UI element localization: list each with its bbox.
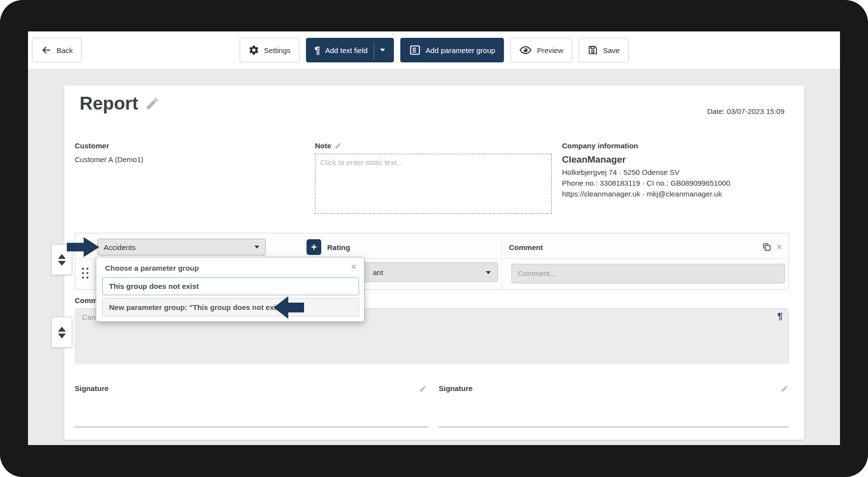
popover-close-icon[interactable]: × xyxy=(351,262,356,271)
company-phone-ci: Phone no.: 3308183119 · CI no.: GB089099… xyxy=(562,179,793,187)
edit-signature-left-pencil-icon[interactable] xyxy=(419,385,427,393)
add-parameter-group-label: Add parameter group xyxy=(425,46,495,55)
move-down-icon xyxy=(58,334,66,338)
note-label-row: Note xyxy=(315,141,342,150)
rating-select-visible-text: ant xyxy=(373,268,383,277)
comment-input[interactable]: Comment... xyxy=(511,264,785,283)
parameter-group-header: Accidents + Rating Comment × xyxy=(75,233,788,259)
save-disk-icon xyxy=(587,45,598,56)
customer-label: Customer xyxy=(75,141,109,150)
comment-column-header: Comment xyxy=(509,243,543,252)
add-text-field-button[interactable]: ¶ Add text field xyxy=(306,38,394,62)
note-placeholder: Click to enter static text... xyxy=(320,158,403,167)
parameter-list-icon xyxy=(409,44,420,56)
select-caret-icon xyxy=(486,271,491,274)
signature-left-label: Signature xyxy=(75,384,109,393)
report-page: Report Date: 03/07-2023 15:09 Customer C… xyxy=(64,85,804,440)
move-down-icon xyxy=(58,261,66,266)
toolbar: Back Settings ¶ Add text field Add param… xyxy=(28,31,840,69)
pilcrow-icon: ¶ xyxy=(777,311,783,322)
parameter-group-search-input[interactable]: This group does not exist xyxy=(102,277,359,295)
save-label: Save xyxy=(603,46,619,55)
chevron-down-icon[interactable] xyxy=(380,49,385,52)
settings-button[interactable]: Settings xyxy=(239,38,299,62)
popover-title: Choose a parameter group xyxy=(105,264,199,272)
add-parameter-button[interactable]: + xyxy=(307,239,321,255)
rating-column-header: Rating xyxy=(327,243,350,252)
edit-note-pencil-icon[interactable] xyxy=(335,142,342,149)
remove-group-icon[interactable]: × xyxy=(777,243,782,252)
company-information: Company information CleanManager Holkebj… xyxy=(562,141,793,197)
page-title: Report xyxy=(80,93,138,114)
signature-right-line xyxy=(439,426,789,427)
report-date: Date: 03/07-2023 15:09 xyxy=(707,107,784,115)
drag-handle-icon[interactable] xyxy=(82,268,88,279)
pilcrow-icon: ¶ xyxy=(315,45,320,55)
toolbar-center-group: Settings ¶ Add text field Add parameter … xyxy=(239,38,628,62)
add-text-field-label: Add text field xyxy=(325,46,368,55)
company-web-email: https://cleanmanager.uk · mkj@cleanmanag… xyxy=(562,190,793,197)
signature-right-label: Signature xyxy=(439,384,473,393)
note-static-text-field[interactable]: Click to enter static text... xyxy=(315,154,552,214)
app-window: Back Settings ¶ Add text field Add param… xyxy=(28,31,840,445)
report-title-row: Report xyxy=(80,93,160,114)
eye-icon xyxy=(519,45,532,56)
button-divider xyxy=(373,42,374,58)
parameter-group-select-value: Accidents xyxy=(104,243,136,252)
back-label: Back xyxy=(56,46,73,55)
preview-button[interactable]: Preview xyxy=(510,38,572,62)
move-up-icon xyxy=(58,327,66,332)
edit-signature-right-pencil-icon[interactable] xyxy=(781,385,788,393)
customer-value: Customer A (Demo1) xyxy=(75,155,143,164)
company-name: CleanManager xyxy=(562,154,793,165)
move-comment-handle[interactable] xyxy=(51,317,72,348)
comment-textarea-placeholder: Can xyxy=(82,313,96,321)
gear-icon xyxy=(248,45,259,56)
edit-title-pencil-icon[interactable] xyxy=(145,96,160,111)
back-button[interactable]: Back xyxy=(32,38,82,62)
settings-label: Settings xyxy=(264,46,290,55)
plus-icon: + xyxy=(311,242,317,253)
new-parameter-group-option[interactable]: New parameter group: "This group does no… xyxy=(102,298,359,316)
add-parameter-group-button[interactable]: Add parameter group xyxy=(400,38,504,62)
note-label: Note xyxy=(315,141,331,150)
signature-left-line xyxy=(75,426,428,427)
duplicate-group-icon[interactable] xyxy=(762,242,772,252)
choose-parameter-group-popover: Choose a parameter group × This group do… xyxy=(96,257,364,322)
save-button[interactable]: Save xyxy=(578,38,628,62)
move-up-icon xyxy=(58,254,66,259)
company-address: Holkebjergvej 74 · 5250 Odense SV xyxy=(562,168,793,176)
select-caret-icon xyxy=(254,246,259,249)
parameter-group-select[interactable]: Accidents xyxy=(97,239,266,255)
company-info-label: Company information xyxy=(562,141,793,150)
back-arrow-icon xyxy=(41,45,52,56)
preview-label: Preview xyxy=(537,46,563,55)
